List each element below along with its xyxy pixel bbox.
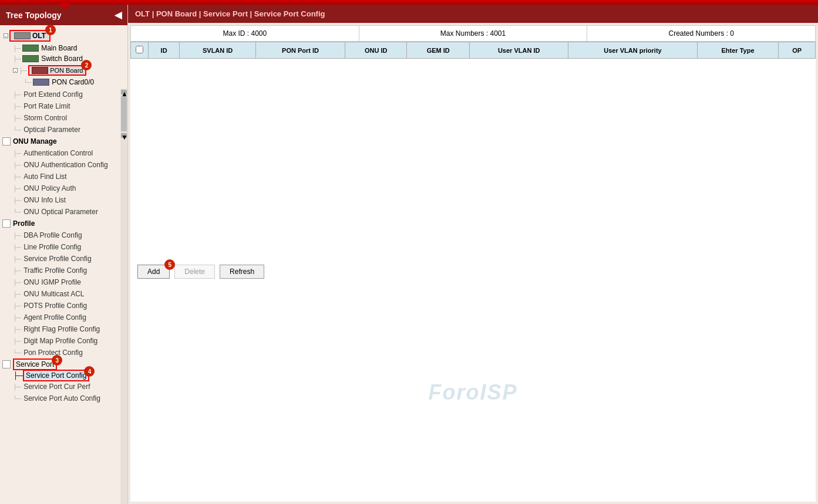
created-numbers-cell: Created Numbers : 0 [587,26,815,41]
nav-onu-multicast-acl[interactable]: ├─ ONU Multicast ACL [0,288,120,300]
main-board-label: Main Board [41,44,77,52]
switch-board-label: Switch Board [41,55,83,63]
nav-onu-info-list[interactable]: ├─ ONU Info List [0,194,120,206]
scroll-down-arrow[interactable]: ▼ [121,133,127,138]
watermark-text: ForoISP [428,380,517,405]
bl21: └─ [13,350,21,356]
scroll-up-arrow[interactable]: ▲ [121,90,127,94]
nav-service-profile[interactable]: ├─ Service Profile Config [0,253,120,265]
bl11: ├─ [13,232,21,239]
max-numbers-cell: Max Numbers : 4001 [359,26,588,41]
bl16: ├─ [13,291,21,297]
onu-manage-checkbox[interactable] [2,137,11,146]
olt-expand-icon[interactable]: - [4,33,8,38]
pon-card-icon [33,79,49,86]
olt-box[interactable]: OLT [9,30,51,42]
olt-tree-node[interactable]: - OLT 1 [2,29,125,43]
service-port-label: Service Port [13,358,57,370]
pon-expand-icon[interactable]: - [13,68,18,73]
nav-auto-find-list[interactable]: ├─ Auto Find List [0,171,120,182]
nav-onu-auth-config[interactable]: ├─ ONU Authentication Config [0,159,120,171]
bl13: ├─ [13,256,21,262]
bl15: ├─ [13,279,21,286]
service-port-config-label[interactable]: Service Port Config [23,370,89,381]
pon-card-branch: └─ PON Card0/0 [23,77,125,87]
switch-board-node[interactable]: ├─ Switch Board [13,53,125,64]
branch-dash: ├─ [13,45,21,52]
pon-board-box[interactable]: PON Board [28,65,86,76]
breadcrumb: OLT | PON Board | Service Port | Service… [128,5,818,23]
pon-card-node[interactable]: └─ PON Card0/0 [23,77,125,87]
bl10: └─ [13,209,21,215]
bl24: └─ [13,395,21,402]
sidebar-scrollbar[interactable]: ▲ ▼ [120,89,127,504]
nav-onu-policy-auth[interactable]: ├─ ONU Policy Auth [0,182,120,194]
collapse-arrow-icon[interactable]: ◀ [115,9,122,21]
bl20: ├─ [13,338,21,344]
bl12: ├─ [13,244,21,251]
badge-3: 3 [52,355,62,366]
bl5: ├─ [13,150,21,157]
nav-line-profile[interactable]: ├─ Line Profile Config [0,241,120,253]
col-pon-port-id: PON Port ID [256,42,345,59]
nav-pots-profile[interactable]: ├─ POTS Profile Config [0,300,120,312]
nav-onu-optical-param[interactable]: └─ ONU Optical Parameter [0,206,120,218]
bl18: ├─ [13,314,21,321]
switch-board-icon [22,55,39,62]
nav-port-rate-limit[interactable]: ├─ Port Rate Limit [0,100,120,112]
bl8: ├─ [13,185,21,192]
watermark-area: ForoISP [130,283,816,502]
sidebar: Tree Topology ◀ - OLT 1 ├─ [0,5,128,504]
col-ehter-type: Ehter Type [697,42,779,59]
pon-board-label: PON Board [50,67,83,74]
nav-port-extend-config[interactable]: ├─ Port Extend Config [0,89,120,100]
service-port-label-wrapper: Service Port 3 [13,360,57,368]
max-id-cell: Max ID : 4000 [131,26,359,41]
nav-section-service-port[interactable]: Service Port 3 [0,358,120,370]
main-board-node[interactable]: ├─ Main Board [13,43,125,53]
pon-board-wrapper[interactable]: PON Board 2 [28,65,86,76]
delete-button[interactable]: Delete [174,265,215,279]
nav-authentication-control[interactable]: ├─ Authentication Control [0,147,120,159]
nav-traffic-profile[interactable]: ├─ Traffic Profile Config [0,265,120,276]
profile-checkbox[interactable] [2,219,11,228]
refresh-button[interactable]: Refresh [220,265,264,279]
branch-line: ├─ [13,92,21,98]
content-body: Max ID : 4000 Max Numbers : 4001 Created… [130,25,816,502]
service-port-checkbox[interactable] [2,360,11,368]
bl7: ├─ [13,174,21,180]
nav-agent-profile[interactable]: ├─ Agent Profile Config [0,312,120,323]
action-row: Add 5 Delete Refresh [130,260,816,283]
col-svlan-id: SVLAN ID [180,42,256,59]
nav-digit-map-profile[interactable]: ├─ Digit Map Profile Config [0,335,120,347]
nav-service-port-auto-config[interactable]: └─ Service Port Auto Config [0,393,120,404]
select-all-checkbox[interactable] [136,46,143,53]
nav-storm-control[interactable]: ├─ Storm Control [0,112,120,124]
content-area: OLT | PON Board | Service Port | Service… [128,5,818,504]
nav-right-flag-profile[interactable]: ├─ Right Flag Profile Config [0,323,120,335]
nav-section-onu-manage[interactable]: ONU Manage [0,136,120,147]
nav-dba-profile[interactable]: ├─ DBA Profile Config [0,229,120,241]
badge-5: 5 [164,259,175,270]
olt-label-wrapper[interactable]: OLT 1 [9,30,51,42]
nav-optical-parameter[interactable]: └─ Optical Parameter [0,124,120,136]
nav-section-profile[interactable]: Profile [0,218,120,229]
pon-board-node[interactable]: - ├─ PON Board 2 [13,64,125,77]
table-header-row: ID SVLAN ID PON Port ID ONU ID GEM ID Us… [131,42,816,59]
card-branch-dash: └─ [23,79,32,86]
info-row: Max ID : 4000 Max Numbers : 4001 Created… [130,25,816,42]
nav-onu-igmp[interactable]: ├─ ONU IGMP Profile [0,276,120,288]
bl22: ├─ [13,371,23,380]
main-layout: Tree Topology ◀ - OLT 1 ├─ [0,5,818,504]
bl23: ├─ [13,384,21,390]
olt-label: OLT [32,32,46,40]
col-user-vlan-priority: User VLAN priority [568,42,697,59]
bl17: ├─ [13,303,21,309]
nav-service-port-cur-perf[interactable]: ├─ Service Port Cur Perf [0,381,120,393]
branch-line2: ├─ [13,103,21,110]
scroll-thumb[interactable] [121,96,127,131]
main-board-icon [22,45,39,52]
top-arrow-icon [59,4,70,9]
nav-service-port-config-wrapper[interactable]: ├─ Service Port Config 4 [0,370,120,381]
select-all-header[interactable] [131,42,149,59]
